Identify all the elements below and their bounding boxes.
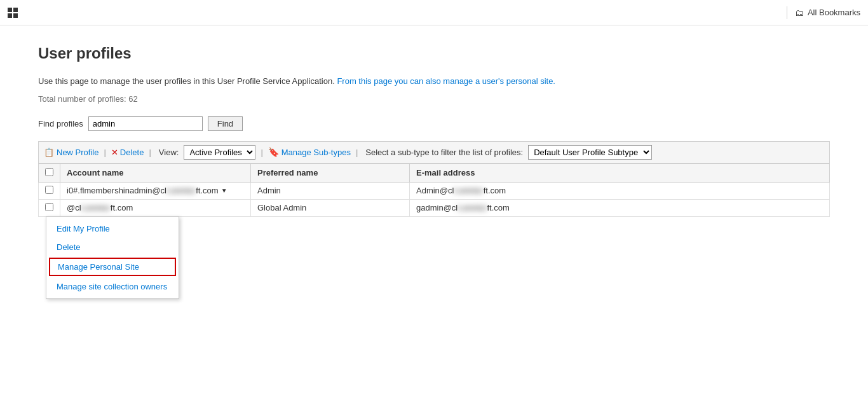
table-header-row: Account name Preferred name E-mail addre… — [39, 163, 830, 182]
total-profiles: Total number of profiles: 62 — [38, 94, 830, 104]
row-2-account-text: @clt.onmicrft.com — [67, 203, 133, 212]
row-2-checkbox-cell — [39, 199, 60, 216]
row-1-email: Admin@clt.onmicrft.com — [410, 182, 830, 199]
table-row: @clt.onmicrft.com Global Admin gadmin@cl… — [39, 199, 830, 216]
filter-label: Select a sub-type to filter the list of … — [365, 148, 523, 157]
app-launcher-icon[interactable] — [8, 8, 18, 18]
divider — [787, 6, 787, 19]
select-all-checkbox[interactable] — [45, 168, 53, 176]
description-link[interactable]: From this page you can also manage a use… — [337, 76, 555, 86]
page-title: User profiles — [38, 45, 830, 62]
find-profiles-row: Find profiles Find — [38, 116, 830, 131]
find-button[interactable]: Find — [208, 116, 243, 131]
table-row: i0#.flmembershinadmin@clt.onmicrft.com ▼… — [39, 182, 830, 199]
row-2-account: @clt.onmicrft.com — [60, 199, 251, 216]
col-header-email: E-mail address — [410, 163, 830, 182]
toolbar-sep-2: | — [149, 148, 151, 157]
find-label: Find profiles — [38, 119, 83, 128]
find-input[interactable] — [88, 116, 203, 131]
col-header-checkbox — [39, 163, 60, 182]
toolbar: 📋 New Profile | ✕ Delete | View: Active … — [38, 141, 830, 163]
subtype-select[interactable]: Default User Profile Subtype — [528, 145, 652, 160]
context-menu-edit-profile[interactable]: Edit My Profile — [46, 219, 179, 236]
row-1-checkbox[interactable] — [45, 186, 53, 194]
row-1-account: i0#.flmembershinadmin@clt.onmicrft.com ▼ — [60, 182, 251, 199]
row-2-email: gadmin@clt.onmicrft.com — [410, 199, 830, 216]
row-1-dropdown-arrow[interactable]: ▼ — [221, 187, 227, 194]
col-header-preferred: Preferred name — [251, 163, 410, 182]
blurred-text: t.onmicr — [166, 186, 196, 195]
top-bar-right: 🗂 All Bookmarks — [787, 6, 860, 19]
page-description: Use this page to manage the user profile… — [38, 75, 830, 88]
profiles-table: Account name Preferred name E-mail addre… — [38, 163, 830, 217]
main-content: User profiles Use this page to manage th… — [0, 25, 868, 236]
view-label: View: — [159, 148, 179, 157]
description-text: Use this page to manage the user profile… — [38, 76, 335, 86]
new-profile-icon: 📋 — [44, 148, 54, 157]
blurred-email: t.onmicr — [454, 186, 483, 195]
toolbar-sep-3: | — [261, 148, 262, 157]
col-header-account: Account name — [60, 163, 251, 182]
delete-button[interactable]: ✕ Delete — [111, 148, 144, 157]
row-2-checkbox[interactable] — [45, 203, 53, 211]
bookmark-icon: 🗂 — [795, 8, 804, 18]
top-bar-left — [8, 8, 18, 18]
toolbar-sep-1: | — [104, 148, 105, 157]
delete-icon: ✕ — [111, 148, 118, 157]
bookmarks-label[interactable]: All Bookmarks — [808, 8, 860, 17]
manage-subtypes-button[interactable]: Manage Sub-types — [281, 148, 351, 157]
row-1-account-text: i0#.flmembershinadmin@clt.onmicrft.com — [67, 186, 219, 195]
row-checkbox-cell — [39, 182, 60, 199]
row-2-preferred: Global Admin — [251, 199, 410, 216]
view-select[interactable]: Active Profiles — [184, 145, 255, 160]
context-menu: Edit My Profile Delete Manage Personal S… — [46, 216, 179, 236]
top-bar: 🗂 All Bookmarks — [0, 0, 868, 25]
toolbar-sep-4: | — [356, 148, 358, 157]
new-profile-button[interactable]: New Profile — [57, 148, 98, 157]
row-1-preferred: Admin — [251, 182, 410, 199]
manage-subtypes-icon: 🔖 — [268, 147, 279, 157]
